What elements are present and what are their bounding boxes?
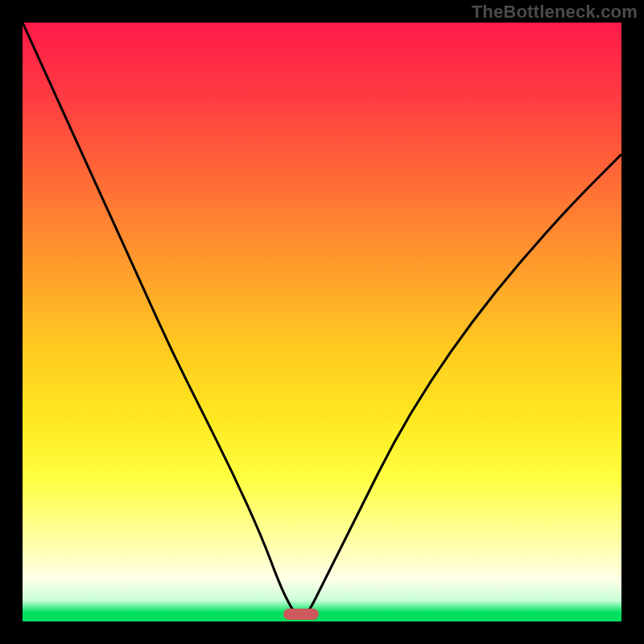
bottleneck-curve bbox=[23, 23, 621, 618]
curve-layer bbox=[23, 23, 621, 621]
watermark-text: TheBottleneck.com bbox=[472, 2, 638, 23]
plot-area bbox=[23, 23, 621, 621]
minimum-marker bbox=[283, 609, 319, 620]
